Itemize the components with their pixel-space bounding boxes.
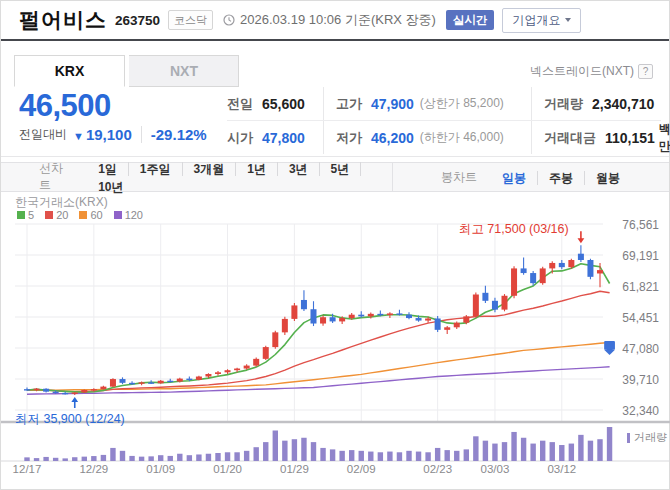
- candle-chart-label: 봉차트: [441, 169, 477, 186]
- market-badge: 코스닥: [168, 10, 213, 30]
- info-row: 시가47,800저가46,200(하한가 46,000)거래대금110,151백…: [227, 121, 661, 154]
- svg-text:01/29: 01/29: [280, 463, 309, 475]
- volume-legend: 거래량: [627, 430, 667, 445]
- svg-text:03/12: 03/12: [547, 463, 576, 475]
- ma-legend-item: 20: [45, 209, 68, 221]
- range-button[interactable]: 1년: [236, 162, 278, 176]
- chart-section: 76,56169,19161,82154,45147,08039,71032,3…: [1, 192, 669, 490]
- svg-text:01/20: 01/20: [213, 463, 242, 475]
- tab-krx[interactable]: KRX: [14, 55, 125, 87]
- info-cell: 시가47,800: [227, 121, 323, 154]
- chart-toolbar: 선차트 1일1주일3개월1년3년5년10년 봉차트 일봉주봉월봉: [1, 162, 669, 192]
- line-chart-label: 선차트: [39, 160, 73, 194]
- volume-bar-icon: [627, 433, 630, 443]
- range-button[interactable]: 1주일: [129, 162, 183, 176]
- svg-text:54,451: 54,451: [622, 311, 659, 325]
- change-value: ▼19,100: [73, 126, 132, 143]
- info-cell: 저가46,200(하한가 46,000): [323, 121, 531, 154]
- svg-text:02/09: 02/09: [347, 463, 376, 475]
- change-label: 전일대비: [19, 126, 67, 143]
- ma-legend-item: 120: [114, 209, 143, 221]
- chevron-down-icon: [565, 18, 571, 22]
- info-cell: 전일65,600: [227, 87, 323, 120]
- range-button[interactable]: 3개월: [183, 162, 237, 176]
- realtime-badge: 실시간: [446, 10, 495, 30]
- help-icon[interactable]: ?: [638, 64, 653, 79]
- svg-text:76,561: 76,561: [622, 218, 659, 232]
- stock-name: 펄어비스: [19, 6, 107, 34]
- high-annotation: 최고 71,500 (03/16): [459, 221, 569, 238]
- svg-text:61,821: 61,821: [622, 280, 659, 294]
- chart-type-button[interactable]: 주봉: [538, 171, 585, 185]
- tab-nxt[interactable]: NXT: [129, 55, 239, 87]
- svg-text:12/29: 12/29: [79, 463, 108, 475]
- stock-chart-widget: 펄어비스 263750 코스닥 2026.03.19 10:06 기준(KRX …: [0, 0, 670, 490]
- current-price-block: 46,500 전일대비 ▼19,100 -29.12%: [19, 89, 207, 143]
- current-price: 46,500: [19, 89, 207, 122]
- info-cell: 거래량2,340,710: [531, 87, 661, 120]
- svg-text:39,710: 39,710: [622, 373, 659, 387]
- price-chart-svg[interactable]: 76,56169,19161,82154,45147,08039,71032,3…: [1, 192, 670, 490]
- range-button[interactable]: 1일: [87, 162, 129, 176]
- nxt-info-label: 넥스트레이드(NXT): [530, 63, 634, 80]
- svg-text:02/23: 02/23: [423, 463, 452, 475]
- svg-text:03/03: 03/03: [481, 463, 510, 475]
- svg-text:69,191: 69,191: [622, 249, 659, 263]
- exchange-tabs: KRX NXT 넥스트레이드(NXT) ?: [1, 41, 669, 87]
- chart-type-button[interactable]: 일봉: [491, 171, 538, 185]
- chart-type-buttons: 일봉주봉월봉: [491, 168, 631, 186]
- low-annotation: 최저 35,900 (12/24): [15, 411, 125, 428]
- svg-text:47,080: 47,080: [622, 342, 659, 356]
- info-row: 전일65,600고가47,900(상한가 85,200)거래량2,340,710: [227, 87, 661, 121]
- ma-legend-item: 60: [79, 209, 102, 221]
- down-arrow-icon: ▼: [73, 130, 84, 142]
- price-change-row: 전일대비 ▼19,100 -29.12%: [19, 126, 207, 143]
- header: 펄어비스 263750 코스닥 2026.03.19 10:06 기준(KRX …: [1, 1, 669, 41]
- info-cell: 고가47,900(상한가 85,200): [323, 87, 531, 120]
- line-chart-group: 선차트 1일1주일3개월1년3년5년10년: [1, 163, 393, 191]
- quote-datetime: 2026.03.19 10:06 기준(KRX 장중): [240, 11, 436, 29]
- candle-chart-group: 봉차트 일봉주봉월봉: [393, 163, 631, 191]
- company-overview-label: 기업개요: [512, 12, 560, 29]
- ohlc-info-table: 전일65,600고가47,900(상한가 85,200)거래량2,340,710…: [227, 87, 661, 154]
- volume-legend-label: 거래량: [634, 430, 667, 445]
- range-button[interactable]: 3년: [278, 162, 320, 176]
- change-percent: -29.12%: [141, 126, 207, 143]
- info-cell: 거래대금110,151백만: [531, 121, 661, 154]
- range-buttons: 1일1주일3개월1년3년5년10년: [87, 159, 392, 195]
- company-overview-button[interactable]: 기업개요: [502, 8, 581, 33]
- nxt-info: 넥스트레이드(NXT) ?: [530, 63, 653, 80]
- ma-legend: 52060120: [17, 209, 143, 221]
- chart-type-button[interactable]: 월봉: [585, 171, 631, 185]
- range-button[interactable]: 5년: [320, 162, 362, 176]
- price-section: 46,500 전일대비 ▼19,100 -29.12% 전일65,600고가47…: [1, 87, 669, 157]
- svg-text:12/17: 12/17: [13, 463, 42, 475]
- stock-code: 263750: [115, 13, 160, 28]
- svg-text:32,340: 32,340: [622, 404, 659, 418]
- svg-text:01/09: 01/09: [146, 463, 175, 475]
- ma-legend-item: 5: [17, 209, 34, 221]
- clock-icon: [223, 14, 235, 26]
